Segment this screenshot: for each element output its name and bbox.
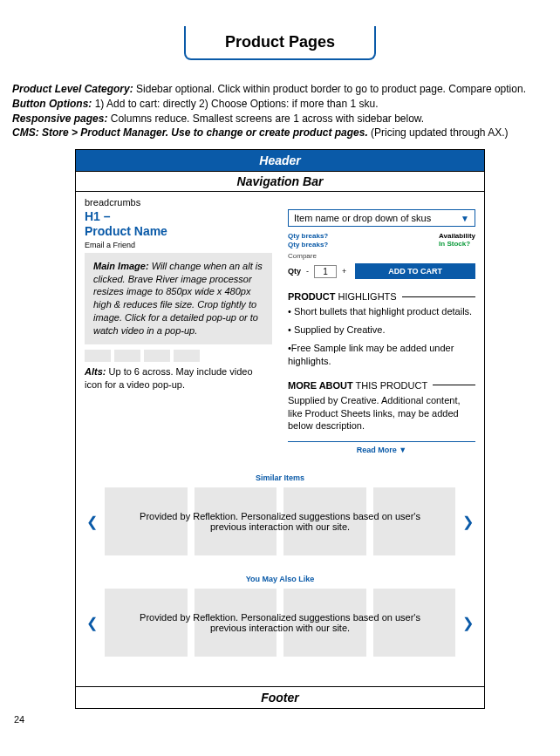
alt-thumbnails — [85, 350, 272, 362]
add-to-cart-button[interactable]: ADD TO CART — [355, 263, 475, 279]
more-bold: MORE ABOUT — [288, 380, 353, 391]
alts-note: Alts: Up to 6 across. May include video … — [85, 365, 272, 392]
carousel-next-icon[interactable]: ❯ — [461, 615, 475, 631]
carousel-tile[interactable] — [105, 487, 188, 555]
intro-btn-text: 1) Add to cart: directly 2) Choose Optio… — [92, 98, 378, 110]
carousel-tile[interactable] — [283, 487, 366, 555]
alts-label: Alts: — [85, 366, 106, 377]
you-may-also-like-carousel: ❮ Provided by Reflektion. Personalized s… — [85, 589, 475, 657]
email-friend-link[interactable]: Email a Friend — [85, 241, 272, 249]
divider — [402, 296, 475, 297]
intro-cms-label: CMS: Store > Product Manager. Use to cha… — [12, 126, 368, 139]
main-image-text: Will change when an alt is clicked. Brav… — [93, 261, 263, 336]
qty-plus-button[interactable]: + — [342, 267, 346, 276]
page-title-tab: Product Pages — [184, 26, 376, 60]
intro-cat-text: Sidebar optional. Click within product b… — [133, 83, 526, 95]
alt-thumb[interactable] — [114, 350, 140, 362]
alt-thumb[interactable] — [174, 350, 200, 362]
product-h1: H1 – Product Name — [85, 209, 272, 239]
carousel-prev-icon[interactable]: ❮ — [85, 514, 99, 530]
intro-btn-label: Button Options: — [12, 98, 92, 110]
similar-items-carousel: ❮ Provided by Reflektion. Personalized s… — [85, 487, 475, 555]
divider — [433, 385, 475, 385]
alt-thumb[interactable] — [144, 350, 170, 362]
divider — [288, 441, 475, 442]
page-number: 24 — [9, 714, 551, 725]
compare-link[interactable]: Compare — [288, 252, 475, 260]
intro-cat-label: Product Level Category: — [12, 83, 133, 95]
highlights-bold: PRODUCT — [288, 291, 335, 302]
qty-breaks-1: Qty breaks? — [288, 232, 328, 240]
qty-label: Qty — [288, 267, 301, 276]
alt-thumb[interactable] — [85, 350, 111, 362]
availability: Availability In Stock? — [439, 232, 475, 249]
carousel-tile[interactable] — [105, 589, 188, 657]
availability-label: Availability — [439, 232, 475, 240]
highlights-rest: HIGHLIGHTS — [335, 291, 396, 302]
chevron-down-icon: ▼ — [461, 214, 469, 223]
h1-line1: H1 – — [85, 209, 111, 223]
intro-resp-label: Responsive pages: — [12, 112, 107, 125]
mock-nav: Navigation Bar — [76, 171, 484, 192]
more-about-heading: MORE ABOUT THIS PRODUCT — [288, 380, 475, 391]
intro-resp-text: Columns reduce. Smallest screens are 1 a… — [107, 112, 424, 125]
qty-breaks[interactable]: Qty breaks? Qty breaks? — [288, 232, 439, 249]
main-image-placeholder[interactable]: Main Image: Will change when an alt is c… — [85, 253, 272, 344]
mock-footer: Footer — [76, 686, 484, 708]
breadcrumb[interactable]: breadcrumbs — [85, 197, 475, 208]
more-about-text: Supplied by Creative. Additional content… — [288, 394, 475, 433]
highlights-heading: PRODUCT HIGHLIGHTS — [288, 291, 475, 302]
carousel-tile[interactable] — [373, 589, 456, 657]
highlights-bullet: • Short bullets that highlight product d… — [288, 305, 475, 318]
carousel-tile[interactable] — [195, 487, 277, 555]
intro-block: Product Level Category: Sidebar optional… — [9, 82, 551, 140]
highlights-bullet: •Free Sample link may be added under hig… — [288, 342, 475, 368]
qty-breaks-2: Qty breaks? — [288, 241, 328, 249]
sku-dropdown-label: Item name or drop down of skus — [294, 213, 431, 223]
more-rest: THIS PRODUCT — [353, 380, 427, 391]
mock-header: Header — [76, 150, 484, 171]
sku-dropdown[interactable]: Item name or drop down of skus ▼ — [288, 209, 475, 227]
highlights-bullet: • Supplied by Creative. — [288, 324, 475, 337]
carousel-next-icon[interactable]: ❯ — [461, 514, 475, 530]
you-may-also-like-title: You May Also Like — [85, 575, 475, 583]
qty-input[interactable]: 1 — [314, 265, 337, 278]
carousel-prev-icon[interactable]: ❮ — [85, 615, 99, 631]
carousel-tile[interactable] — [195, 589, 277, 657]
read-more-link[interactable]: Read More ▼ — [288, 446, 475, 454]
instock-status: In Stock? — [439, 240, 470, 248]
quantity-stepper: Qty - 1 + — [288, 265, 346, 278]
wireframe-mock: Header Navigation Bar breadcrumbs H1 – P… — [75, 149, 485, 709]
highlights-bullets: • Short bullets that highlight product d… — [288, 305, 475, 367]
qty-minus-button[interactable]: - — [306, 267, 309, 276]
carousel-tile[interactable] — [373, 487, 456, 555]
main-image-label: Main Image: — [93, 261, 149, 271]
h1-line2: Product Name — [85, 224, 167, 238]
intro-cms-text: (Pricing updated through AX.) — [368, 126, 509, 139]
carousel-tile[interactable] — [283, 589, 366, 657]
alts-text: Up to 6 across. May include video icon f… — [85, 366, 253, 390]
similar-items-title: Similar Items — [85, 473, 475, 482]
